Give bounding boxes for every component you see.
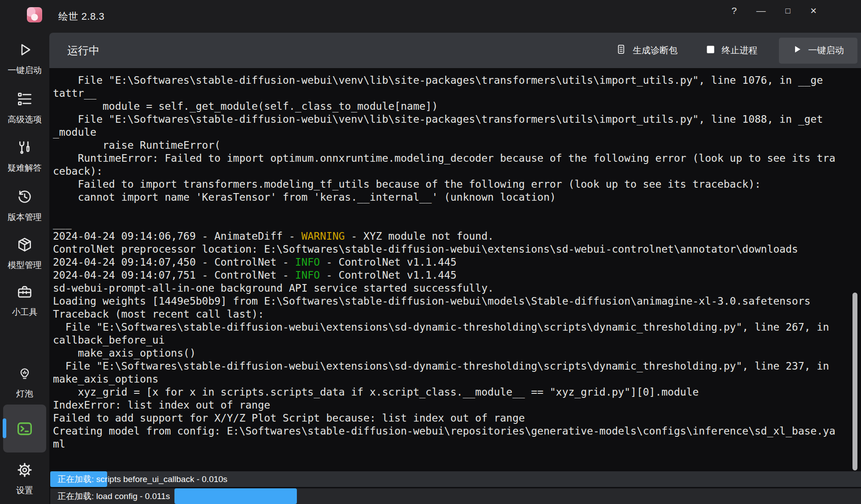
play-icon [0,41,49,58]
app-window: 绘世 2.8.3 ? — □ × 一键启动高级选项疑难解答版本管理模型管理小工具… [0,0,861,504]
console-line: cannot import name 'KerasTensor' from 'k… [53,191,848,204]
main-panel: 运行中 生成诊断包 [49,33,861,504]
progress-bar-config: 正在加载: load config - 0.011s [50,488,861,504]
console-line: RuntimeError: Failed to import optimum.o… [53,152,848,165]
sidebar-item-label: 疑难解答 [0,162,49,174]
tools-icon [0,139,49,156]
console-line: Loading weights [1449e5b0b9] from E:\Sof… [53,295,848,308]
scrollbar-thumb[interactable] [852,293,857,470]
console-line: ceback): [53,165,848,178]
console-line: sd-webui-prompt-all-in-one background AP… [53,282,848,295]
console-line: Traceback (most recent call last): [53,308,848,321]
console-line: _module [53,126,848,139]
app-title: 绘世 2.8.3 [58,10,104,23]
history-icon [0,188,49,205]
stop-icon [705,44,716,57]
progress-fill [174,488,297,504]
console-line: raise RuntimeError( [53,139,848,152]
sidebar-item-label: 设置 [0,485,49,496]
play-filled-icon [792,44,802,56]
sidebar-item-label: 版本管理 [0,211,49,223]
progress-bar-scripts: 正在加载: scripts before_ui_callback - 0.010… [50,471,861,487]
console-output[interactable]: File "E:\Softwares\stable-diffusion-webu… [49,68,861,470]
list-icon [0,90,49,108]
console-line: 2024-04-24 09:14:07,450 - ControlNet - I… [53,256,848,269]
sidebar-item-terminal[interactable] [0,405,49,452]
terminate-process-label: 终止进程 [722,44,757,56]
progress-label: 正在加载: scripts before_ui_callback - 0.010… [57,471,227,487]
console-line: module = self._get_module(self._class_to… [53,100,848,113]
document-icon [615,43,627,57]
console-line: 2024-04-24 09:14:07,751 - ControlNet - I… [53,269,848,282]
terminate-process-button[interactable]: 终止进程 [705,44,757,57]
package-icon [0,236,49,253]
console-line: IndexError: list index out of range [53,399,848,412]
console-line: ___ [53,217,848,230]
console-line: File "E:\Softwares\stable-diffusion-webu… [53,74,848,87]
console-line: make_axis_options [53,373,848,386]
run-status-label: 运行中 [67,43,100,58]
sidebar: 一键启动高级选项疑难解答版本管理模型管理小工具灯泡 设置 [0,33,49,504]
sidebar-item-settings[interactable]: 设置 [0,461,49,496]
bulb-icon [0,366,49,382]
console-line: Failed to add support for X/Y/Z Plot Scr… [53,412,848,425]
sidebar-item-troubleshoot[interactable]: 疑难解答 [0,139,49,174]
console-line: File "E:\Softwares\stable-diffusion-webu… [53,113,848,126]
sidebar-item-models[interactable]: 模型管理 [0,236,49,271]
progress-label: 正在加载: load config - 0.011s [57,488,170,504]
generate-diagnostic-button[interactable]: 生成诊断包 [615,43,678,57]
selected-item-box[interactable] [3,405,46,452]
console-line: File "E:\Softwares\stable-diffusion-webu… [53,360,848,373]
maximize-button[interactable]: □ [778,1,798,21]
help-button[interactable]: ? [724,1,744,21]
console-line: Creating model from config: E:\Softwares… [53,425,848,438]
sidebar-item-advanced[interactable]: 高级选项 [0,90,49,125]
sidebar-item-label: 模型管理 [0,259,49,271]
console-line: ml [53,438,848,451]
console-line: Failed to import transformers.modeling_t… [53,178,848,191]
minimize-button[interactable]: — [751,1,771,21]
sidebar-item-label: 灯泡 [0,388,49,400]
console-line: 2024-04-24 09:14:06,769 - AnimateDiff - … [53,230,848,243]
sidebar-item-label: 高级选项 [0,114,49,125]
sidebar-item-bulb[interactable]: 灯泡 [0,366,49,400]
console-log-text: File "E:\Softwares\stable-diffusion-webu… [49,68,861,451]
toolbox-icon [0,283,49,300]
title-bar: 绘世 2.8.3 ? — □ × [0,0,861,33]
console-line: tattr__ [53,87,848,100]
selected-indicator [3,418,6,438]
console-header: 运行中 生成诊断包 [49,33,861,68]
sidebar-item-utilities[interactable]: 小工具 [0,283,49,318]
gear-icon [0,461,49,478]
one-click-launch-button[interactable]: 一键启动 [779,38,857,64]
console-line: ControlNet preprocessor location: E:\Sof… [53,243,848,256]
sidebar-item-label: 小工具 [0,306,49,318]
sidebar-item-quick-start[interactable]: 一键启动 [0,41,49,76]
terminal-icon [16,420,34,438]
console-line [53,204,848,217]
app-logo-icon [27,7,42,22]
one-click-launch-label: 一键启动 [808,44,844,56]
console-line: callback_before_ui [53,334,848,347]
console-line: xyz_grid = [x for x in scripts.scripts_d… [53,386,848,399]
close-button[interactable]: × [803,1,824,21]
console-line: make_axis_options() [53,347,848,360]
sidebar-item-versions[interactable]: 版本管理 [0,188,49,223]
header-actions: 生成诊断包 终止进程 一键启动 [615,38,861,64]
generate-diagnostic-label: 生成诊断包 [633,44,678,56]
sidebar-item-label: 一键启动 [0,65,49,76]
console-line: File "E:\Softwares\stable-diffusion-webu… [53,321,848,334]
